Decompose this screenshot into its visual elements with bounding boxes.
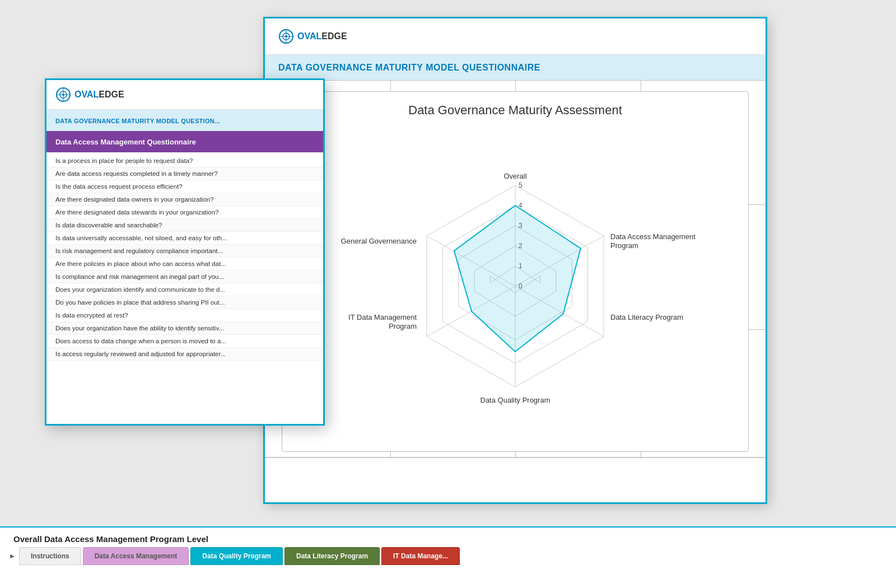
question-row: Is the data access request process effic… [46,180,323,193]
question-row: Are there designated data stewards in yo… [46,206,323,219]
back-doc-title-bar: DATA GOVERNANCE MATURITY MODEL QUESTIONN… [265,55,766,81]
back-doc-title: DATA GOVERNANCE MATURITY MODEL QUESTIONN… [278,63,540,72]
page-container: OVALEDGE DATA GOVERNANCE MATURITY MODEL … [0,0,896,588]
tab-data-quality[interactable]: Data Quality Program [190,547,283,565]
svg-point-26 [62,94,64,96]
question-row: Is data universally accessable, not silo… [46,232,323,245]
tab-it-data[interactable]: IT Data Manage... [381,547,460,565]
front-doc-logo: OVALEDGE [55,87,124,102]
back-doc-logo-text: OVALEDGE [297,31,347,41]
question-row: Are there policies in place about who ca… [46,258,323,270]
question-row: Does your organization have the ability … [46,322,323,335]
tabs-row: ► Instructions Data Access Management Da… [0,547,896,565]
question-row: Does your organization identify and comm… [46,283,323,296]
question-row: Do you have policies in place that addre… [46,296,323,309]
front-doc-title: DATA GOVERNANCE MATURITY MODEL QUESTION.… [55,118,220,124]
back-doc-header: OVALEDGE [265,18,766,55]
front-doc-title-bar: DATA GOVERNANCE MATURITY MODEL QUESTION.… [46,110,323,131]
logo-edge: EDGE [321,31,347,41]
question-row: Is access regularly reviewed and adjuste… [46,348,323,361]
label-data-access: Data Access Management [610,232,696,241]
chart-title: Data Governance Maturity Assessment [282,92,748,118]
back-document: OVALEDGE DATA GOVERNANCE MATURITY MODEL … [263,17,767,504]
radar-chart: 5 4 3 2 1 0 Overall Data Access Manageme… [325,135,706,437]
tab-instructions[interactable]: Instructions [19,547,81,565]
logo-icon [278,29,294,44]
question-row: Is data discoverable and searchable? [46,219,323,232]
question-row: Is data encrypted at rest? [46,309,323,322]
front-doc-header: OVALEDGE [46,80,323,110]
radar-wrapper: 5 4 3 2 1 0 Overall Data Access Manageme… [282,123,748,449]
radar-data-polygon [454,206,581,352]
back-doc-bottom [265,458,766,502]
tab-data-literacy[interactable]: Data Literacy Program [284,547,380,565]
logo-oval: OVAL [297,31,321,41]
question-row: Does access to data change when a person… [46,335,323,348]
label-it-data-2: Program [389,322,417,330]
front-logo-edge: EDGE [99,90,124,99]
front-doc-section-header: Data Access Management Questionnaire [46,131,323,152]
questions-list: Is a process in place for people to requ… [46,152,323,363]
label-overall: Overall [503,172,526,180]
question-row: Are there designated data owners in your… [46,193,323,206]
question-row: Are data access requests completed in a … [46,167,323,180]
label-data-literacy: Data Literacy Program [610,313,683,321]
label-data-quality: Data Quality Program [480,396,550,404]
svg-point-4 [285,35,287,38]
front-document: OVALEDGE DATA GOVERNANCE MATURITY MODEL … [45,78,325,426]
label-data-access-2: Program [610,241,638,250]
label-general-gov: General Governenance [341,237,417,245]
tab-data-access[interactable]: Data Access Management [83,547,189,565]
bottom-bar-title: Overall Data Access Management Program L… [0,528,896,547]
front-logo-oval: OVAL [74,90,99,99]
label-it-data: IT Data Management [348,313,417,321]
tab-scroll-left[interactable]: ► [6,548,19,564]
question-row: Is risk management and regulatory compli… [46,245,323,258]
svg-text:5: 5 [519,181,522,189]
section-header-label: Data Access Management Questionnaire [55,138,196,146]
bottom-bar: Overall Data Access Management Program L… [0,526,896,588]
back-doc-logo: OVALEDGE [278,29,347,44]
chart-container: Data Governance Maturity Assessment [282,91,749,452]
question-row: Is a process in place for people to requ… [46,155,323,167]
front-doc-logo-text: OVALEDGE [74,90,124,100]
front-logo-icon [55,87,71,102]
question-row: Is compliance and risk management an ine… [46,270,323,283]
